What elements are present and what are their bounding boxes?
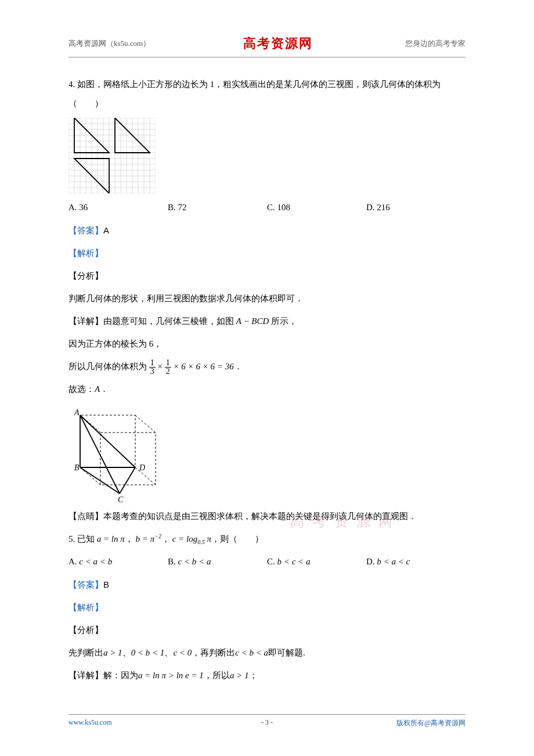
q5-jiexi: 【解析】 [68, 598, 466, 617]
label-a: A [74, 408, 80, 417]
q5-xiangjie: 【详解】解：因为a = ln π > ln e = 1，所以a > 1； [68, 666, 466, 685]
header-left: 高考资源网（ks5u.com） [68, 38, 150, 49]
q4-dianjing: 【点睛】本题考查的知识点是由三视图求体积，解决本题的关键是得到该几何体的直观图． [68, 507, 466, 526]
page-header: 高考资源网（ks5u.com） 高考资源网 您身边的高考专家 [68, 35, 466, 57]
q4-guxuan: 故选：A． [68, 380, 466, 399]
answer-label: 【答案】 [68, 226, 103, 235]
q5-option-d: D. b < a < c [366, 552, 466, 571]
watermark: 高 考 资 源 网 [290, 512, 395, 531]
q4-stem-text: 如图，网格纸上小正方形的边长为 1，粗实线画出的是某几何体的三视图，则该几何体的… [68, 80, 441, 108]
answer-label: 【答案】 [68, 580, 103, 589]
q5-fenxi-label: 【分析】 [68, 621, 466, 640]
three-view-figure [68, 118, 156, 193]
q4-option-b: B. 72 [168, 198, 267, 217]
q4-option-d: D. 216 [366, 198, 466, 217]
footer-center: - 3 - [68, 718, 466, 727]
q4-option-a: A. 36 [68, 198, 168, 217]
label-c: C [118, 495, 124, 502]
q4-answer: 【答案】A [68, 221, 466, 240]
vol-suffix: ． [234, 362, 243, 371]
label-b: B [74, 463, 80, 472]
q4-options: A. 36 B. 72 C. 108 D. 216 [68, 198, 466, 217]
answer-value: A [103, 225, 109, 235]
q4-xiangjie: 【详解】由题意可知，几何体三棱锥，如图 A − BCD 所示， [68, 312, 466, 331]
q4-fenxi-label: 【分析】 [68, 267, 466, 286]
solid-figure: A B C D [68, 404, 167, 502]
page-footer: www.ks5u.com - 3 - 版权所有@高考资源网 [68, 714, 466, 728]
header-right: 您身边的高考专家 [405, 38, 466, 49]
q4-stem: 4. 如图，网格纸上小正方形的边长为 1，粗实线画出的是某几何体的三视图，则该几… [68, 75, 466, 113]
q4-volume-line: 所以几何体的体积为 13 × 12 × 6 × 6 × 6 = 36． [68, 357, 466, 376]
q5-number: 5. [68, 534, 75, 543]
answer-value: B [103, 579, 109, 589]
q5-option-a: A. c < a < b [68, 552, 168, 571]
q5-option-c: C. b < c < a [267, 552, 366, 571]
q4-abcd: A − BCD [236, 316, 269, 326]
q4-fenxi-text: 判断几何体的形状，利用三视图的数据求几何体的体积即可． [68, 289, 466, 308]
q5-answer: 【答案】B [68, 575, 466, 595]
frac-1-3: 13 [149, 359, 156, 376]
frac-1-2: 12 [165, 359, 171, 376]
vol-prefix: 所以几何体的体积为 [68, 362, 147, 371]
q4-xiangjie-suffix: 所示， [269, 316, 297, 326]
q4-jiexi: 【解析】 [68, 244, 466, 263]
q4-number: 4. [68, 80, 75, 89]
q5-fenxi-text: 先判断出a > 1、0 < b < 1、c < 0，再判断出c < b < a即… [68, 643, 466, 663]
content: 4. 如图，网格纸上小正方形的边长为 1，粗实线画出的是某几何体的三视图，则该几… [68, 75, 466, 685]
q4-cube-line: 因为正方体的棱长为 6， [68, 334, 466, 354]
q5-option-b: B. c < b < a [168, 552, 267, 571]
q4-xiangjie-prefix: 【详解】由题意可知，几何体三棱锥，如图 [68, 316, 236, 326]
label-d: D [139, 463, 145, 472]
header-center: 高考资源网 [243, 35, 313, 52]
q5-options: A. c < a < b B. c < b < a C. b < c < a D… [68, 552, 466, 571]
q4-option-c: C. 108 [267, 198, 366, 217]
page: 高考资源网（ks5u.com） 高考资源网 您身边的高考专家 4. 如图，网格纸… [0, 0, 534, 756]
vol-tail: × 6 × 6 × 6 = 36 [173, 362, 233, 371]
q5-stem: 5. 已知 a = ln π， b = π−2， c = log0.5 π，则（… [68, 530, 466, 549]
